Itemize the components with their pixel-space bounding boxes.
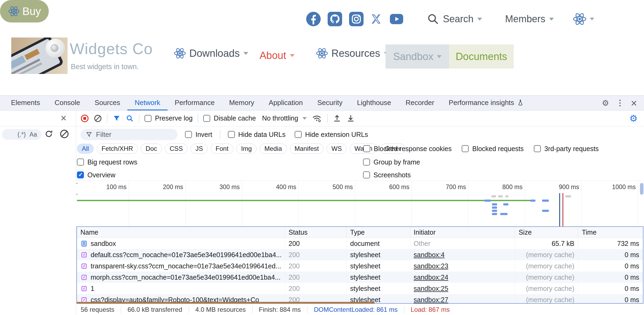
nav-resources[interactable]: Resources [316,47,389,59]
column-header-initiator[interactable]: Initiator [410,227,515,238]
column-header-name[interactable]: Name [77,227,285,238]
account-menu[interactable] [573,12,594,26]
tab-sources[interactable]: Sources [87,96,127,110]
overview-scrollbar-thumb[interactable] [640,183,643,195]
chip-media[interactable]: Media [260,144,287,154]
record-network-log-button[interactable] [81,114,89,122]
timeline-gridline [355,181,355,227]
waterfall-bar [491,195,496,197]
regex-toggle[interactable]: (.*) [17,131,26,138]
react-atom-icon [573,12,587,26]
stylesheet-icon [80,262,88,270]
filter-input[interactable]: Filter [80,129,177,140]
chip-doc[interactable]: Doc [141,144,162,154]
nav-sandbox[interactable]: Sandbox [386,44,449,69]
request-status: 200 [285,249,347,260]
initiator-link[interactable]: sandbox:27 [414,296,448,304]
close-search-pane-icon[interactable]: × [61,112,66,124]
request-name: default.css?ccm_nocache=01e73ae5e34e0199… [91,251,282,259]
more-options-icon[interactable] [619,100,621,106]
chip-ws[interactable]: WS [327,144,347,154]
chip-js[interactable]: JS [191,144,208,154]
chip-img[interactable]: Img [236,144,257,154]
refresh-icon[interactable] [44,129,54,139]
tab-elements[interactable]: Elements [4,96,47,110]
network-overview-timeline[interactable]: 100 ms200 ms300 ms400 ms500 ms600 ms700 … [76,181,644,227]
initiator-link[interactable]: sandbox:4 [414,251,445,259]
chip-css[interactable]: CSS [165,144,188,154]
table-row[interactable]: 1200stylesheetsandbox:25(memory cache)0 … [77,283,643,294]
instagram-icon[interactable] [349,12,364,26]
filter-toggle-icon[interactable] [113,114,121,122]
buy-button[interactable]: Buy [0,0,49,22]
network-conditions-icon[interactable] [312,114,322,123]
nav-documents[interactable]: Documents [449,44,514,69]
buy-label: Buy [23,5,41,17]
screenshots-checkbox[interactable]: Screenshots [363,171,411,179]
disable-cache-checkbox[interactable]: Disable cache [203,114,256,122]
timeline-gridline [468,181,468,227]
throttling-select[interactable]: No throttling [262,114,307,122]
chip-fetch-xhr[interactable]: Fetch/XHR [97,144,138,154]
tab-label: Elements [11,99,40,107]
column-header-type[interactable]: Type [347,227,410,238]
preserve-log-checkbox[interactable]: Preserve log [145,114,193,122]
group-by-frame-checkbox[interactable]: Group by frame [363,158,420,166]
settings-gear-icon[interactable]: ⚙ [602,99,609,107]
search-network-icon[interactable] [126,114,134,122]
site-logo-image[interactable] [11,38,68,74]
clear-network-log-button[interactable] [94,114,102,122]
import-har-icon[interactable] [333,114,341,123]
tab-application[interactable]: Application [261,96,310,110]
column-header-status[interactable]: Status [285,227,347,238]
tab-lighthouse[interactable]: Lighthouse [350,96,398,110]
search-pane-input[interactable]: (.*) Aa [2,129,41,140]
youtube-icon[interactable] [389,12,403,26]
network-settings-gear-icon[interactable]: ⚙ [630,113,638,124]
tab-performance[interactable]: Performance [168,96,222,110]
hide-data-urls-checkbox[interactable]: Hide data URLs [228,131,286,138]
big-request-rows-label: Big request rows [87,158,137,166]
table-row[interactable]: sandbox200documentOther65.7 kB732 ms [77,238,643,249]
tab-console[interactable]: Console [47,96,87,110]
members-label: Members [505,13,545,25]
big-request-rows-checkbox[interactable]: Big request rows [77,158,137,166]
document-icon [80,240,88,247]
initiator-link[interactable]: sandbox:24 [414,273,448,281]
facebook-icon[interactable] [306,12,321,26]
nav-downloads[interactable]: Downloads [174,47,248,59]
nav-about[interactable]: About [260,50,295,61]
hide-extension-urls-checkbox[interactable]: Hide extension URLs [295,131,368,138]
timeline-tick-label: 800 ms [482,183,523,191]
clear-search-icon[interactable] [60,129,69,139]
blocked-response-cookies-checkbox[interactable]: Blocked response cookies [363,145,451,153]
initiator-link[interactable]: sandbox:23 [414,262,448,270]
tab-network[interactable]: Network [127,96,167,110]
column-header-time[interactable]: Time [578,227,643,238]
table-row[interactable]: transparent-sky.css?ccm_nocache=01e73ae5… [77,260,643,272]
table-row[interactable]: default.css?ccm_nocache=01e73ae5e34e0199… [77,249,643,260]
tab-security[interactable]: Security [310,96,350,110]
x-icon[interactable] [371,12,382,26]
chip-font[interactable]: Font [211,144,233,154]
members-menu[interactable]: Members [501,13,554,25]
tab-performance-insights[interactable]: Performance insights [442,96,531,110]
tab-memory[interactable]: Memory [222,96,261,110]
export-har-icon[interactable] [346,114,355,123]
close-devtools-icon[interactable]: × [631,98,637,108]
blocked-requests-checkbox[interactable]: Blocked requests [462,145,524,153]
table-row[interactable]: morph.css?ccm_nocache=01e73ae5e34e019964… [77,272,643,283]
site-search-menu[interactable]: Search [427,13,482,25]
chip-manifest[interactable]: Manifest [290,144,324,154]
overview-left-handle[interactable] [76,183,78,195]
column-header-size[interactable]: Size [515,227,578,238]
invert-checkbox[interactable]: Invert [185,131,212,138]
chip-all[interactable]: All [77,144,94,154]
tab-recorder[interactable]: Recorder [398,96,442,110]
initiator-link[interactable]: sandbox:25 [414,285,448,292]
overview-checkbox[interactable]: Overview [77,171,115,179]
preserve-log-label: Preserve log [155,114,193,122]
match-case-toggle[interactable]: Aa [29,131,37,138]
github-icon[interactable] [328,12,342,26]
3rd-party-requests-checkbox[interactable]: 3rd-party requests [534,145,599,153]
